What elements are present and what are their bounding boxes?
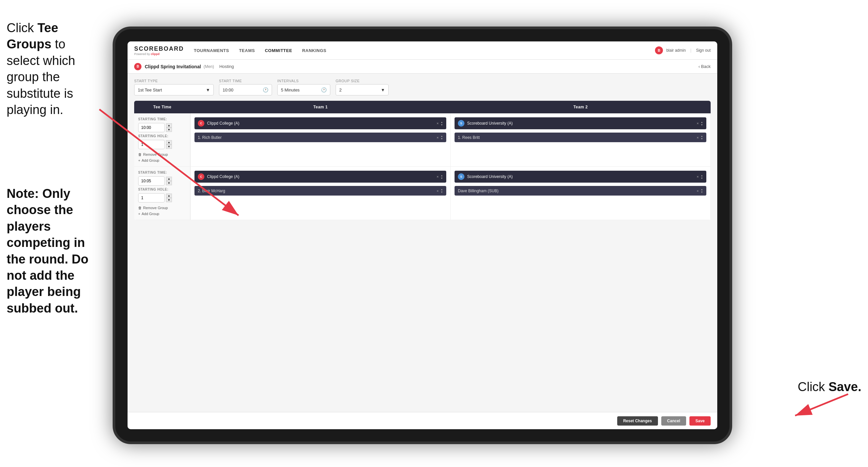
nav-tournaments[interactable]: TOURNAMENTS (194, 48, 229, 53)
group1-player1-name: 1. Rich Butler (198, 135, 222, 140)
trash-icon-1: 🗑 (138, 152, 142, 156)
col-header-team1: Team 1 (190, 101, 451, 113)
group1-player2-card[interactable]: 1. Rees Britt × ▲ ▼ (455, 133, 706, 142)
starting-hole-input-1[interactable] (138, 140, 165, 149)
form-row: Start Type 1st Tee Start ▼ Start Time 10… (134, 79, 711, 95)
remove-group-label-2: Remove Group (143, 206, 168, 210)
sub-header-hosting: Hosting (219, 64, 234, 69)
starting-hole-input-row-1: ▲ ▼ (138, 140, 186, 149)
instruction-block: Click Tee Groups to select which group t… (0, 20, 106, 118)
group2-team2-actions: × ▲ ▼ (697, 174, 703, 179)
sub-header-gender: (Men) (204, 64, 214, 69)
group1-team1-remove[interactable]: × (437, 121, 439, 125)
group1-player1-actions: × ▲ ▼ (437, 135, 443, 140)
click-save-label: Click Save. (798, 380, 861, 394)
group2-player2-name: Dave Billingham (SUB) (458, 188, 499, 193)
hole-stepper-2[interactable]: ▲ ▼ (166, 194, 172, 202)
add-group-label-1: Add Group (142, 158, 159, 163)
sign-out-link[interactable]: Sign out (696, 48, 711, 53)
tablet-device: SCOREBOARD Powered by clippd TOURNAMENTS… (113, 27, 732, 444)
group1-team2-actions: × ▲ ▼ (697, 121, 703, 126)
group2-team1-card[interactable]: C Clippd College (A) × ▲ ▼ (194, 171, 446, 183)
group1-team1-actions: × ▲ ▼ (437, 121, 443, 126)
group1-team2-arrows: ▲ ▼ (701, 121, 703, 126)
start-type-select[interactable]: 1st Tee Start ▼ (134, 84, 214, 95)
hole-up-2[interactable]: ▲ (166, 194, 172, 198)
trash-icon-2: 🗑 (138, 206, 142, 210)
add-group-btn-2[interactable]: + Add Group (138, 212, 186, 216)
add-group-btn-1[interactable]: + Add Group (138, 158, 186, 163)
starting-time-input-row-1: ▲ ▼ (138, 123, 186, 132)
group2-player2-arrows: ▲ ▼ (701, 188, 703, 193)
hole-down-1[interactable]: ▼ (166, 145, 172, 149)
group1-player1-card[interactable]: 1. Rich Butler × ▲ ▼ (194, 133, 446, 142)
remove-group-btn-1[interactable]: 🗑 Remove Group (138, 152, 186, 156)
group2-player1-card[interactable]: 2. Blair McHarg × ▲ ▼ (194, 186, 446, 196)
group1-team2-remove[interactable]: × (697, 121, 699, 125)
group1-team2-inner: S Scoreboard University (A) (458, 120, 513, 126)
group1-team1-card[interactable]: C Clippd College (A) × ▲ ▼ (194, 117, 446, 129)
remove-group-label-1: Remove Group (143, 152, 168, 156)
starting-hole-input-row-2: ▲ ▼ (138, 193, 186, 203)
group2-player2-card[interactable]: Dave Billingham (SUB) × ▲ ▼ (455, 186, 706, 196)
group1-player2-name: 1. Rees Britt (458, 135, 480, 140)
col-header-team2: Team 2 (451, 101, 711, 113)
tee-table-header: Tee Time Team 1 Team 2 (134, 101, 711, 113)
group1-team1-name: Clippd College (A) (207, 121, 239, 126)
group1-team2-cell: S Scoreboard University (A) × ▲ ▼ (451, 113, 711, 166)
starting-hole-input-2[interactable] (138, 193, 165, 203)
cancel-button[interactable]: Cancel (661, 416, 686, 426)
group2-team2-inner: S Scoreboard University (A) (458, 173, 513, 180)
table-row: STARTING TIME: ▲ ▼ STARTING HOLE: (134, 113, 711, 167)
group2-team2-remove[interactable]: × (697, 175, 699, 179)
plus-icon-2: + (138, 212, 140, 216)
group1-team2-name: Scoreboard University (A) (467, 121, 513, 126)
note-text: Note: Only choose the players competing … (7, 186, 89, 315)
group2-player2-actions: × ▲ ▼ (697, 188, 703, 193)
group2-player2-remove[interactable]: × (697, 189, 699, 193)
group2-player1-remove[interactable]: × (437, 189, 439, 193)
starting-time-label-1: STARTING TIME: (138, 117, 186, 121)
time-stepper-2[interactable]: ▲ ▼ (166, 177, 172, 185)
time-down-1[interactable]: ▼ (166, 127, 172, 132)
hole-stepper-1[interactable]: ▲ ▼ (166, 140, 172, 149)
time-up-1[interactable]: ▲ (166, 123, 172, 127)
group1-team2-card[interactable]: S Scoreboard University (A) × ▲ ▼ (455, 117, 706, 129)
group2-player1-actions: × ▲ ▼ (437, 188, 443, 193)
tee-groups-bold: Tee Groups (7, 21, 58, 51)
group-size-label: Group Size (336, 79, 389, 83)
starting-time-input-1[interactable] (138, 123, 165, 132)
nav-teams[interactable]: TEAMS (239, 48, 255, 53)
save-button[interactable]: Save (689, 416, 711, 426)
time-up-2[interactable]: ▲ (166, 177, 172, 181)
sub-header: B Clippd Spring Invitational (Men) Hosti… (128, 60, 717, 74)
time-stepper-1[interactable]: ▲ ▼ (166, 123, 172, 132)
note-block: Note: Only choose the players competing … (0, 185, 113, 317)
group2-team2-card[interactable]: S Scoreboard University (A) × ▲ ▼ (455, 171, 706, 183)
nav-avatar: B (655, 47, 663, 54)
group2-team2-icon: S (458, 173, 464, 180)
group1-team1-arrows: ▲ ▼ (441, 121, 443, 126)
starting-time-input-2[interactable] (138, 176, 165, 185)
intervals-select[interactable]: 5 Minutes 🕐 (277, 84, 330, 95)
hole-down-2[interactable]: ▼ (166, 198, 172, 202)
time-down-2[interactable]: ▼ (166, 181, 172, 185)
hole-up-1[interactable]: ▲ (166, 140, 172, 145)
group1-team1-inner: C Clippd College (A) (198, 120, 239, 126)
group1-player2-arrows: ▲ ▼ (701, 135, 703, 140)
remove-group-btn-2[interactable]: 🗑 Remove Group (138, 206, 186, 210)
group1-team1-icon: C (198, 120, 205, 126)
back-button[interactable]: ‹ Back (699, 64, 711, 69)
reset-changes-button[interactable]: Reset Changes (617, 416, 658, 426)
logo-block: SCOREBOARD Powered by clippd (134, 46, 184, 56)
group2-team1-icon: C (198, 173, 205, 180)
start-time-select[interactable]: 10:00 🕐 (219, 84, 272, 95)
group-size-select[interactable]: 2 ▼ (336, 84, 389, 95)
group1-player1-remove[interactable]: × (437, 136, 439, 140)
nav-committee[interactable]: COMMITTEE (265, 48, 292, 53)
group1-player2-remove[interactable]: × (697, 136, 699, 140)
nav-rankings[interactable]: RANKINGS (302, 48, 326, 53)
sub-header-icon: B (134, 63, 142, 70)
group2-team1-remove[interactable]: × (437, 175, 439, 179)
group1-left: STARTING TIME: ▲ ▼ STARTING HOLE: (134, 113, 190, 166)
